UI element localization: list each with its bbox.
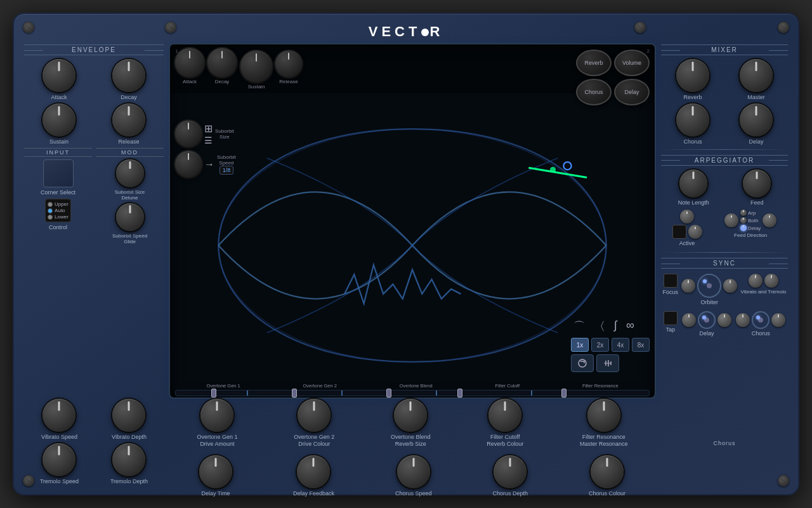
decay-knob-group: Decay — [112, 59, 145, 101]
wave-noise-btn[interactable]: ∞ — [624, 318, 637, 335]
tremolo-depth-knob[interactable] — [112, 443, 145, 476]
tap-btn[interactable] — [664, 311, 678, 325]
slider-thumb-5[interactable] — [561, 389, 566, 398]
vib-trem-knob2[interactable] — [764, 274, 778, 288]
arp-active-knob2[interactable] — [688, 225, 702, 239]
suborbit-size-knob[interactable] — [116, 159, 144, 187]
sync-chorus-knob2[interactable] — [771, 313, 785, 327]
mixer-master-knob[interactable] — [740, 59, 773, 92]
sync-chorus-orbiter[interactable] — [752, 311, 769, 329]
mixer-chorus-knob[interactable] — [676, 104, 709, 137]
orbiter-component[interactable] — [697, 274, 721, 298]
svg-point-2 — [550, 167, 556, 173]
mixer-reverb-group: Reverb — [676, 59, 709, 101]
mixer-reverb-knob[interactable] — [676, 59, 709, 92]
mixer-section-label: Mixer — [661, 44, 788, 55]
mult-4x-btn[interactable]: 4x — [612, 338, 629, 352]
screen-sustain-knob[interactable] — [240, 51, 272, 83]
reverb-btn[interactable]: Reverb — [576, 50, 612, 76]
wave-reverse-btn[interactable]: 〈 — [591, 318, 608, 335]
toggle-auto[interactable]: Auto — [48, 208, 69, 213]
screen-decay-label: Decay — [215, 79, 230, 84]
toggle-lower[interactable]: Lower — [48, 214, 69, 220]
orbiter-knob2[interactable] — [723, 279, 737, 293]
arp-feed-knob[interactable] — [743, 170, 771, 197]
chorus-btn[interactable]: Chorus — [576, 79, 612, 105]
mult-1x-btn[interactable]: 1x — [571, 338, 589, 352]
screen-sr-section: Sustain Release — [240, 51, 302, 90]
arp-both-delay-group: Arp Both Delay — [740, 210, 761, 231]
arp-active-btn[interactable] — [672, 225, 686, 239]
filter-resonance-group: Filter ResonanceMaster Resonance — [580, 399, 628, 448]
toggle-upper[interactable]: Upper — [48, 201, 69, 207]
mult-8x-btn[interactable]: 8x — [632, 338, 650, 352]
fx-eq-btn[interactable] — [596, 354, 619, 372]
delay-option: Delay — [740, 225, 761, 231]
release-label: Release — [118, 138, 139, 145]
chorus-speed-knob[interactable] — [397, 455, 430, 488]
slider-thumb-4[interactable] — [457, 389, 462, 398]
feed-dir-knob2[interactable] — [763, 213, 776, 227]
attack-knob[interactable] — [43, 59, 75, 92]
slider-thumb-2[interactable] — [292, 389, 297, 398]
mixer-delay-knob[interactable] — [740, 104, 773, 137]
svg-point-3 — [563, 162, 571, 170]
filter-resonance-knob[interactable] — [587, 399, 620, 432]
overtone-gen2-knob[interactable] — [298, 399, 331, 432]
screen-release-knob[interactable] — [275, 51, 302, 77]
orbiter-knob1[interactable] — [681, 279, 695, 293]
filter-cutoff-knob[interactable] — [488, 399, 521, 432]
overtone-blend-knob[interactable] — [394, 399, 427, 432]
delay-feedback-knob[interactable] — [297, 455, 330, 488]
sync-delay-orbiter[interactable] — [698, 311, 716, 329]
sync-chorus-knob1[interactable] — [736, 313, 750, 327]
both-led — [740, 217, 747, 224]
screen-decay-group: Decay — [207, 48, 237, 84]
chorus-colour-knob[interactable] — [591, 455, 624, 488]
delay-time-knob[interactable] — [199, 455, 232, 488]
wave-sine-btn[interactable]: ∫ — [612, 318, 620, 335]
chorus-depth-knob[interactable] — [494, 455, 527, 488]
sync-chorus-group: Chorus — [736, 311, 785, 337]
overtone-gen1-knob[interactable] — [200, 399, 233, 432]
chorus-sync-display: Chorus — [661, 399, 788, 488]
slider-thumb-1[interactable] — [211, 389, 216, 398]
sync-delay-knob2[interactable] — [717, 313, 731, 327]
chorus-speed-group: Chorus Speed — [395, 455, 432, 497]
input-section: Input Corner Select Upper — [24, 148, 92, 245]
slider-thumb-3[interactable] — [386, 389, 391, 398]
decay-label: Decay — [121, 94, 137, 101]
arp-option: Arp — [740, 210, 761, 216]
fx-cycle-btn[interactable] — [571, 354, 594, 372]
wave-sawtooth-btn[interactable]: ⌒ — [571, 318, 587, 335]
arp-note-length-knob[interactable] — [679, 170, 707, 197]
feed-direction-label: Feed Direction — [734, 232, 767, 239]
screen-attack-knob[interactable] — [175, 48, 204, 77]
slider-resonance-label: Filter Resonance — [582, 383, 619, 389]
mixer-chorus-label: Chorus — [683, 138, 702, 145]
upper-label: Upper — [55, 201, 69, 207]
decay-knob[interactable] — [112, 59, 145, 92]
sync-delay-knob1[interactable] — [682, 313, 696, 327]
tremolo-speed-knob[interactable] — [43, 443, 75, 476]
vibrato-depth-knob[interactable] — [112, 399, 145, 432]
volume-btn[interactable]: Volume — [614, 50, 650, 76]
suborbit-speed-knob[interactable] — [116, 203, 144, 231]
focus-btn[interactable] — [664, 274, 678, 288]
screen-release-group: Release — [275, 51, 302, 84]
vib-trem-knob1[interactable] — [749, 274, 763, 288]
feed-dir-knob1[interactable] — [724, 213, 738, 227]
sustain-knob[interactable] — [43, 104, 75, 137]
mixer-delay-group: Delay — [740, 104, 773, 145]
main-slider-track[interactable] — [175, 390, 650, 396]
corner-select-button[interactable] — [43, 159, 74, 187]
eq-icon — [602, 358, 613, 369]
screen-bottom-right: ⌒ 〈 ∫ ∞ 1x 2x 4x 8x — [571, 318, 650, 372]
release-knob[interactable] — [112, 104, 145, 137]
vibrato-speed-knob[interactable] — [43, 399, 75, 432]
screen-decay-knob[interactable] — [207, 48, 237, 77]
arp-active-knob[interactable] — [680, 210, 694, 224]
delay-btn[interactable]: Delay — [614, 79, 650, 105]
corner-select-label: Corner Select — [41, 189, 75, 196]
mult-2x-btn[interactable]: 2x — [591, 338, 609, 352]
